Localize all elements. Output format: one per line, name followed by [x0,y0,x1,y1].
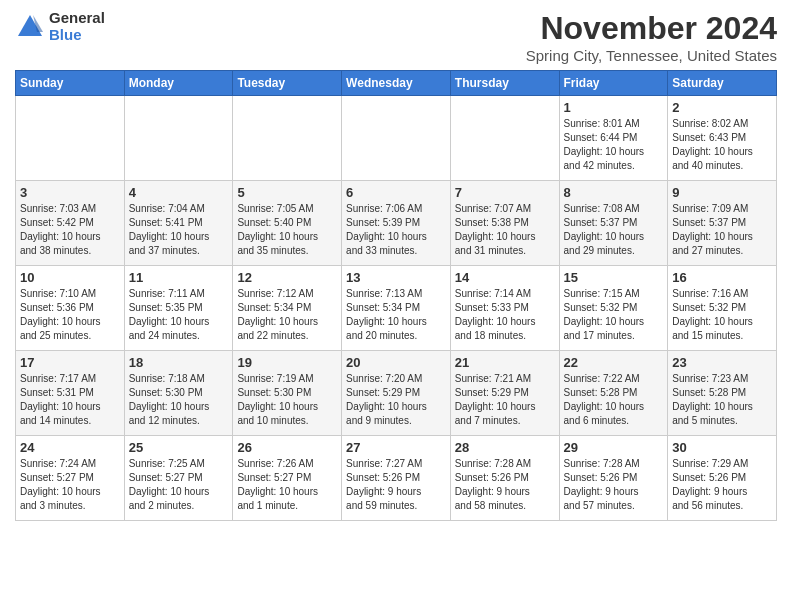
day-info: Sunrise: 7:19 AM Sunset: 5:30 PM Dayligh… [237,372,337,428]
day-info: Sunrise: 7:28 AM Sunset: 5:26 PM Dayligh… [455,457,555,513]
day-info: Sunrise: 8:02 AM Sunset: 6:43 PM Dayligh… [672,117,772,173]
day-number: 25 [129,440,229,455]
calendar-cell: 14Sunrise: 7:14 AM Sunset: 5:33 PM Dayli… [450,266,559,351]
day-number: 12 [237,270,337,285]
day-info: Sunrise: 7:20 AM Sunset: 5:29 PM Dayligh… [346,372,446,428]
calendar-cell: 2Sunrise: 8:02 AM Sunset: 6:43 PM Daylig… [668,96,777,181]
day-number: 14 [455,270,555,285]
calendar-cell: 11Sunrise: 7:11 AM Sunset: 5:35 PM Dayli… [124,266,233,351]
day-header-thursday: Thursday [450,71,559,96]
day-info: Sunrise: 7:05 AM Sunset: 5:40 PM Dayligh… [237,202,337,258]
page-header: General Blue November 2024 Spring City, … [15,10,777,64]
calendar-cell: 22Sunrise: 7:22 AM Sunset: 5:28 PM Dayli… [559,351,668,436]
calendar-cell: 18Sunrise: 7:18 AM Sunset: 5:30 PM Dayli… [124,351,233,436]
calendar-cell: 16Sunrise: 7:16 AM Sunset: 5:32 PM Dayli… [668,266,777,351]
day-number: 1 [564,100,664,115]
calendar-cell: 26Sunrise: 7:26 AM Sunset: 5:27 PM Dayli… [233,436,342,521]
calendar-cell: 7Sunrise: 7:07 AM Sunset: 5:38 PM Daylig… [450,181,559,266]
calendar-cell: 29Sunrise: 7:28 AM Sunset: 5:26 PM Dayli… [559,436,668,521]
day-number: 22 [564,355,664,370]
calendar-cell [450,96,559,181]
day-number: 7 [455,185,555,200]
calendar-cell: 6Sunrise: 7:06 AM Sunset: 5:39 PM Daylig… [342,181,451,266]
week-row-2: 3Sunrise: 7:03 AM Sunset: 5:42 PM Daylig… [16,181,777,266]
calendar-cell: 17Sunrise: 7:17 AM Sunset: 5:31 PM Dayli… [16,351,125,436]
day-info: Sunrise: 7:25 AM Sunset: 5:27 PM Dayligh… [129,457,229,513]
calendar-cell [16,96,125,181]
day-info: Sunrise: 8:01 AM Sunset: 6:44 PM Dayligh… [564,117,664,173]
calendar-cell: 9Sunrise: 7:09 AM Sunset: 5:37 PM Daylig… [668,181,777,266]
logo-icon [15,12,45,42]
calendar-cell: 27Sunrise: 7:27 AM Sunset: 5:26 PM Dayli… [342,436,451,521]
day-info: Sunrise: 7:17 AM Sunset: 5:31 PM Dayligh… [20,372,120,428]
day-info: Sunrise: 7:13 AM Sunset: 5:34 PM Dayligh… [346,287,446,343]
calendar-cell: 20Sunrise: 7:20 AM Sunset: 5:29 PM Dayli… [342,351,451,436]
calendar-cell: 13Sunrise: 7:13 AM Sunset: 5:34 PM Dayli… [342,266,451,351]
day-header-friday: Friday [559,71,668,96]
calendar-cell: 10Sunrise: 7:10 AM Sunset: 5:36 PM Dayli… [16,266,125,351]
calendar-cell: 8Sunrise: 7:08 AM Sunset: 5:37 PM Daylig… [559,181,668,266]
day-info: Sunrise: 7:21 AM Sunset: 5:29 PM Dayligh… [455,372,555,428]
day-number: 28 [455,440,555,455]
day-number: 21 [455,355,555,370]
day-number: 29 [564,440,664,455]
day-info: Sunrise: 7:26 AM Sunset: 5:27 PM Dayligh… [237,457,337,513]
day-number: 16 [672,270,772,285]
week-row-4: 17Sunrise: 7:17 AM Sunset: 5:31 PM Dayli… [16,351,777,436]
logo-blue: Blue [49,27,105,44]
day-info: Sunrise: 7:15 AM Sunset: 5:32 PM Dayligh… [564,287,664,343]
day-number: 30 [672,440,772,455]
day-number: 4 [129,185,229,200]
header-row: SundayMondayTuesdayWednesdayThursdayFrid… [16,71,777,96]
calendar-cell: 21Sunrise: 7:21 AM Sunset: 5:29 PM Dayli… [450,351,559,436]
day-info: Sunrise: 7:27 AM Sunset: 5:26 PM Dayligh… [346,457,446,513]
calendar-cell: 1Sunrise: 8:01 AM Sunset: 6:44 PM Daylig… [559,96,668,181]
calendar-cell: 4Sunrise: 7:04 AM Sunset: 5:41 PM Daylig… [124,181,233,266]
day-header-saturday: Saturday [668,71,777,96]
day-number: 11 [129,270,229,285]
day-info: Sunrise: 7:09 AM Sunset: 5:37 PM Dayligh… [672,202,772,258]
day-header-wednesday: Wednesday [342,71,451,96]
day-info: Sunrise: 7:18 AM Sunset: 5:30 PM Dayligh… [129,372,229,428]
calendar-cell [124,96,233,181]
calendar-cell [342,96,451,181]
day-info: Sunrise: 7:28 AM Sunset: 5:26 PM Dayligh… [564,457,664,513]
day-number: 27 [346,440,446,455]
month-title: November 2024 [526,10,777,47]
calendar-cell [233,96,342,181]
day-number: 13 [346,270,446,285]
day-number: 17 [20,355,120,370]
day-info: Sunrise: 7:07 AM Sunset: 5:38 PM Dayligh… [455,202,555,258]
day-number: 15 [564,270,664,285]
calendar-cell: 24Sunrise: 7:24 AM Sunset: 5:27 PM Dayli… [16,436,125,521]
day-number: 18 [129,355,229,370]
calendar-cell: 12Sunrise: 7:12 AM Sunset: 5:34 PM Dayli… [233,266,342,351]
day-number: 8 [564,185,664,200]
calendar-cell: 5Sunrise: 7:05 AM Sunset: 5:40 PM Daylig… [233,181,342,266]
day-number: 19 [237,355,337,370]
week-row-5: 24Sunrise: 7:24 AM Sunset: 5:27 PM Dayli… [16,436,777,521]
week-row-1: 1Sunrise: 8:01 AM Sunset: 6:44 PM Daylig… [16,96,777,181]
week-row-3: 10Sunrise: 7:10 AM Sunset: 5:36 PM Dayli… [16,266,777,351]
logo: General Blue [15,10,105,43]
calendar-cell: 15Sunrise: 7:15 AM Sunset: 5:32 PM Dayli… [559,266,668,351]
day-info: Sunrise: 7:10 AM Sunset: 5:36 PM Dayligh… [20,287,120,343]
calendar-cell: 30Sunrise: 7:29 AM Sunset: 5:26 PM Dayli… [668,436,777,521]
day-number: 2 [672,100,772,115]
day-header-tuesday: Tuesday [233,71,342,96]
calendar-cell: 23Sunrise: 7:23 AM Sunset: 5:28 PM Dayli… [668,351,777,436]
day-info: Sunrise: 7:16 AM Sunset: 5:32 PM Dayligh… [672,287,772,343]
day-number: 6 [346,185,446,200]
day-number: 10 [20,270,120,285]
day-number: 3 [20,185,120,200]
day-info: Sunrise: 7:04 AM Sunset: 5:41 PM Dayligh… [129,202,229,258]
location: Spring City, Tennessee, United States [526,47,777,64]
calendar-cell: 28Sunrise: 7:28 AM Sunset: 5:26 PM Dayli… [450,436,559,521]
day-number: 26 [237,440,337,455]
day-info: Sunrise: 7:06 AM Sunset: 5:39 PM Dayligh… [346,202,446,258]
logo-text: General Blue [49,10,105,43]
calendar-table: SundayMondayTuesdayWednesdayThursdayFrid… [15,70,777,521]
calendar-cell: 3Sunrise: 7:03 AM Sunset: 5:42 PM Daylig… [16,181,125,266]
day-number: 9 [672,185,772,200]
day-info: Sunrise: 7:24 AM Sunset: 5:27 PM Dayligh… [20,457,120,513]
